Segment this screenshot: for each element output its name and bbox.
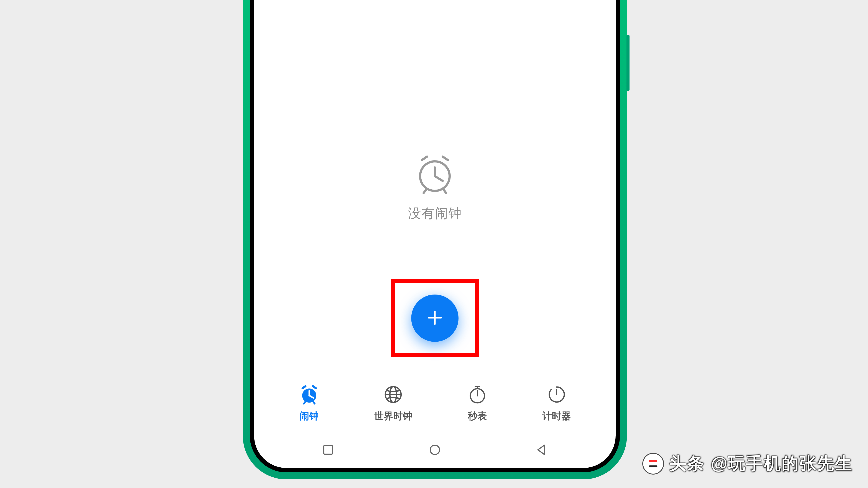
tab-stopwatch-label: 秒表: [468, 410, 487, 423]
alarm-clock-icon: [299, 384, 320, 406]
svg-line-11: [313, 402, 315, 404]
tab-alarm-label: 闹钟: [300, 410, 319, 423]
nav-back-button[interactable]: [534, 443, 550, 458]
phone-bezel: 4 5 6 7 8: [250, 0, 620, 473]
bottom-tab-bar: 闹钟 世界时钟: [254, 384, 616, 423]
svg-rect-23: [649, 460, 657, 462]
phone-frame: 4 5 6 7 8: [243, 0, 627, 479]
add-alarm-region: [411, 295, 459, 342]
empty-state: 没有闹钟: [408, 152, 462, 222]
phone-screen: 4 5 6 7 8: [254, 0, 616, 468]
timer-icon: [546, 384, 567, 406]
svg-marker-22: [538, 445, 545, 454]
tab-stopwatch[interactable]: 秒表: [467, 384, 488, 423]
tab-world-clock[interactable]: 世界时钟: [374, 384, 412, 423]
svg-rect-24: [649, 465, 657, 467]
stopwatch-icon: [467, 384, 488, 406]
watermark-source: 头条: [669, 452, 705, 475]
triangle-left-icon: [534, 442, 550, 458]
alarm-clock-outline-icon: [413, 193, 457, 196]
tab-world-clock-label: 世界时钟: [374, 410, 412, 423]
nav-recents-button[interactable]: [320, 443, 336, 458]
svg-line-10: [304, 402, 305, 404]
watermark-handle: @玩手机的张先生: [711, 452, 853, 475]
android-nav-bar: [254, 443, 616, 458]
plus-icon: [425, 308, 445, 328]
nav-home-button[interactable]: [427, 443, 443, 458]
svg-point-21: [430, 445, 439, 454]
svg-line-2: [435, 176, 443, 181]
toutiao-logo-icon: [643, 454, 663, 474]
add-alarm-button[interactable]: [411, 295, 459, 342]
square-icon: [320, 442, 336, 458]
watermark: 头条 @玩手机的张先生: [643, 452, 853, 475]
tab-alarm[interactable]: 闹钟: [299, 384, 320, 423]
empty-state-text: 没有闹钟: [408, 205, 462, 222]
phone-side-button: [626, 35, 629, 91]
tab-timer-label: 计时器: [542, 410, 571, 423]
globe-icon: [383, 384, 404, 406]
tab-timer[interactable]: 计时器: [542, 384, 571, 423]
circle-icon: [427, 442, 443, 458]
svg-line-3: [424, 190, 426, 193]
svg-rect-20: [324, 446, 333, 454]
svg-line-4: [443, 190, 446, 193]
